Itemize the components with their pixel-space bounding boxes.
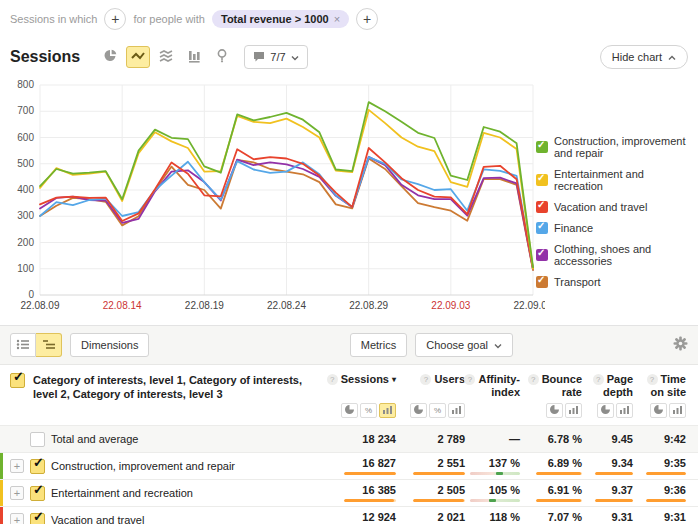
legend-item[interactable]: ✓Clothing, shoes and accessories <box>536 243 694 267</box>
legend-item[interactable]: ✓Finance <box>536 222 694 234</box>
metric-cell-bounce: 6.89 % <box>520 453 582 479</box>
value-bar <box>536 472 582 475</box>
legend-item[interactable]: ✓Entertainment and recreation <box>536 168 694 192</box>
line-chart-icon <box>130 49 146 66</box>
row-label[interactable]: Construction, improvement and repair <box>51 460 235 472</box>
row-label[interactable]: Total and average <box>51 433 138 445</box>
bars-view-button[interactable] <box>669 403 686 418</box>
column-label-line: ?Affinity- <box>464 373 520 386</box>
bars-view-button[interactable] <box>379 403 396 418</box>
column-header-bounce[interactable]: ?Bouncerate <box>520 373 582 399</box>
row-checkbox[interactable]: ✓ <box>30 486 45 501</box>
help-icon[interactable]: ? <box>464 374 475 385</box>
row-color-strip <box>0 507 3 524</box>
metric-value: 118 % <box>489 511 520 523</box>
list-view-button[interactable] <box>10 333 36 357</box>
hide-chart-button[interactable]: Hide chart <box>600 45 688 69</box>
row-checkbox[interactable] <box>30 432 45 447</box>
help-icon[interactable]: ? <box>593 374 604 385</box>
row-values: 18 2342 789—6.78 %9.459:42 <box>306 426 692 452</box>
help-icon[interactable]: ? <box>327 374 338 385</box>
expand-row-button[interactable]: + <box>10 486 24 500</box>
chart-type-pie-button[interactable] <box>98 46 122 68</box>
metric-cell-depth: 9.34 <box>582 453 633 479</box>
legend-label: Entertainment and recreation <box>554 168 694 192</box>
affinity-marker <box>496 472 503 475</box>
column-label-line2: on site <box>651 386 686 399</box>
column-label: Page <box>607 373 633 386</box>
expand-row-button[interactable]: + <box>10 459 24 473</box>
tree-view-button[interactable] <box>36 333 62 357</box>
bars-icon <box>383 405 392 416</box>
legend-checkbox-icon: ✓ <box>536 141 548 153</box>
bars-view-button[interactable] <box>448 403 465 418</box>
dimensions-button[interactable]: Dimensions <box>70 333 149 357</box>
metric-cell-affinity: 105 % <box>465 480 520 506</box>
percent-view-button[interactable]: % <box>360 403 377 418</box>
metrics-button[interactable]: Metrics <box>350 333 407 357</box>
row-checkbox[interactable]: ✓ <box>30 513 45 524</box>
legend-item[interactable]: ✓Construction, improvement and repair <box>536 135 694 159</box>
row-name-cell: +✓Entertainment and recreation <box>0 480 306 506</box>
chart-type-columns-button[interactable] <box>182 46 206 68</box>
metric-cell-bounce: 7.07 % <box>520 507 582 524</box>
bars-icon <box>673 405 682 416</box>
metrica-report-page: Sessions in which + for people with Tota… <box>0 0 698 524</box>
pie-icon <box>345 405 354 416</box>
value-bar <box>413 499 465 502</box>
row-label[interactable]: Entertainment and recreation <box>51 487 193 499</box>
row-checkbox[interactable]: ✓ <box>30 459 45 474</box>
percent-view-button[interactable]: % <box>429 403 446 418</box>
chart-type-map-button[interactable] <box>210 46 234 68</box>
value-bar <box>344 472 396 475</box>
add-session-condition-button[interactable]: + <box>104 8 126 30</box>
column-header-users[interactable]: ?Users <box>396 373 465 399</box>
pie-view-button[interactable] <box>650 403 667 418</box>
segment-tag-total-revenue[interactable]: Total revenue > 1000 × <box>212 10 349 28</box>
metric-cell-sessions: 18 234 <box>306 426 396 452</box>
x-axis-tick-label: 22.08.29 <box>349 300 388 311</box>
x-axis-tick-label: 22.08.24 <box>267 300 306 311</box>
expand-row-button[interactable]: + <box>10 513 24 524</box>
metric-cell-bounce: 6.91 % <box>520 480 582 506</box>
column-header-sessions[interactable]: ?Sessions▾ <box>306 373 396 399</box>
legend-checkbox-icon: ✓ <box>536 249 548 261</box>
remove-tag-icon[interactable]: × <box>334 13 340 25</box>
pie-view-button[interactable] <box>341 403 358 418</box>
row-label[interactable]: Vacation and travel <box>51 514 144 524</box>
bars-view-button[interactable] <box>616 403 633 418</box>
help-icon[interactable]: ? <box>420 374 431 385</box>
legend-label: Transport <box>554 276 601 288</box>
pie-view-button[interactable] <box>597 403 614 418</box>
annotations-button[interactable]: 7/7 <box>244 45 307 69</box>
column-header-affinity[interactable]: ?Affinity-index <box>465 373 520 399</box>
chart-type-stacked-button[interactable] <box>154 46 178 68</box>
column-header-time[interactable]: ?Timeon site <box>633 373 686 399</box>
check-icon: ✓ <box>33 509 44 524</box>
bars-icon <box>452 405 461 416</box>
legend-item[interactable]: ✓Vacation and travel <box>536 201 694 213</box>
tree-view-icon <box>42 338 56 353</box>
dimension-checkbox[interactable]: ✓ <box>10 373 25 388</box>
metric-value: 2 021 <box>437 511 465 523</box>
pie-view-button[interactable] <box>410 403 427 418</box>
choose-goal-button[interactable]: Choose goal <box>415 333 513 357</box>
bars-view-button[interactable] <box>565 403 582 418</box>
metric-value: — <box>509 433 520 445</box>
legend-label: Clothing, shoes and accessories <box>554 243 694 267</box>
chart-legend: ✓Construction, improvement and repair✓En… <box>536 135 694 297</box>
y-axis-tick-label: 0 <box>28 289 34 300</box>
chart-type-line-button[interactable] <box>126 46 150 68</box>
add-user-condition-button[interactable]: + <box>356 8 378 30</box>
column-header-depth[interactable]: ?Pagedepth <box>582 373 633 399</box>
pie-view-button[interactable] <box>546 403 563 418</box>
legend-item[interactable]: ✓Transport <box>536 276 694 288</box>
metric-value: 6.89 % <box>548 457 582 469</box>
metric-value: 12 924 <box>362 511 396 523</box>
row-name-cell: +✓Vacation and travel <box>0 507 306 524</box>
help-icon[interactable]: ? <box>647 374 658 385</box>
help-icon[interactable]: ? <box>528 374 539 385</box>
table-settings-button[interactable] <box>673 336 688 354</box>
value-bar-fill <box>536 472 581 475</box>
comment-icon <box>253 51 265 64</box>
